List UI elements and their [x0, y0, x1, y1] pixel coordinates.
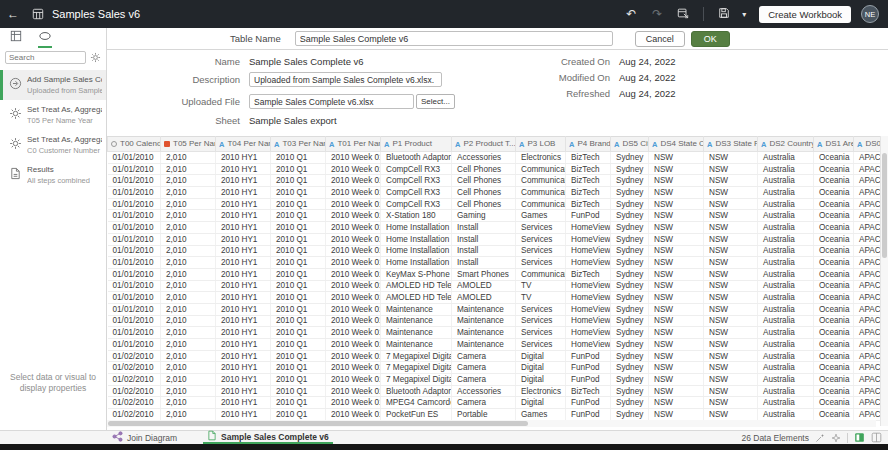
- table-cell: NSW: [649, 152, 704, 164]
- table-row[interactable]: 01/01/20102,0102010 HY12010 Q12010 Week …: [108, 245, 885, 257]
- column-header[interactable]: AT03 Per Nam...: [271, 137, 326, 152]
- table-cell: Australia: [758, 374, 814, 386]
- table-row[interactable]: 01/01/20102,0102010 HY12010 Q12010 Week …: [108, 222, 885, 234]
- table-row[interactable]: 01/02/20102,0102010 HY12010 Q12010 Week …: [108, 362, 885, 374]
- table-row[interactable]: 01/01/20102,0102010 HY12010 Q12010 Week …: [108, 292, 885, 304]
- save-button[interactable]: [711, 1, 737, 27]
- table-row[interactable]: 01/01/20102,0102010 HY12010 Q12010 Week …: [108, 327, 885, 339]
- table-row[interactable]: 01/01/20102,0102010 HY12010 Q12010 Week …: [108, 198, 885, 210]
- table-cell: Games: [516, 210, 566, 222]
- column-header[interactable]: AP4 Brand: [566, 137, 611, 152]
- table-row[interactable]: 01/01/20102,0102010 HY12010 Q12010 Week …: [108, 163, 885, 175]
- join-diagram-label: Join Diagram: [127, 433, 177, 443]
- column-header[interactable]: AP2 Product T...: [452, 137, 516, 152]
- chevron-down-icon: ▾: [742, 10, 746, 19]
- table-row[interactable]: 01/02/20102,0102010 HY12010 Q12010 Week …: [108, 409, 885, 421]
- table-row[interactable]: 01/01/20102,0102010 HY12010 Q12010 Week …: [108, 175, 885, 187]
- ok-button[interactable]: OK: [691, 31, 730, 47]
- uploaded-file-input[interactable]: [249, 94, 414, 109]
- table-row[interactable]: 01/01/20102,0102010 HY12010 Q12010 Week …: [108, 339, 885, 351]
- created-on-value: Aug 24, 2022: [619, 56, 676, 67]
- table-cell: 01/01/2010: [108, 280, 161, 292]
- table-row[interactable]: 01/01/20102,0102010 HY12010 Q12010 Week …: [108, 187, 885, 199]
- tab-model[interactable]: [10, 28, 22, 48]
- column-header[interactable]: AT04 Per Nam...: [216, 137, 271, 152]
- create-workbook-button[interactable]: Create Workbook: [759, 6, 851, 23]
- column-header[interactable]: AP3 LOB: [516, 137, 566, 152]
- gear-icon: [9, 136, 22, 154]
- table-cell: AMOLED: [452, 280, 516, 292]
- vertical-scrollbar[interactable]: [880, 136, 888, 426]
- sidebar-step[interactable]: Set Treat As, AggregationT05 Per Name Ye…: [0, 100, 106, 130]
- table-cell: Sydney: [611, 233, 649, 245]
- column-header[interactable]: ADS5 City: [611, 137, 649, 152]
- table-row[interactable]: 01/01/20102,0102010 HY12010 Q12010 Week …: [108, 152, 885, 164]
- table-cell: 2,010: [161, 198, 216, 210]
- card-view-icon[interactable]: [854, 432, 865, 443]
- save-options-caret[interactable]: ▾: [737, 1, 751, 27]
- table-row[interactable]: 01/01/20102,0102010 HY12010 Q12010 Week …: [108, 233, 885, 245]
- table-cell: Oceania: [814, 339, 854, 351]
- sidebar-step[interactable]: Set Treat As, AggregationC0 Customer Num…: [0, 130, 106, 160]
- table-cell: 2,010: [161, 409, 216, 421]
- preview-data-button[interactable]: [670, 1, 696, 27]
- table-cell: Sydney: [611, 339, 649, 351]
- horizontal-scrollbar-thumb[interactable]: [108, 421, 528, 426]
- table-row[interactable]: 01/02/20102,0102010 HY12010 Q12010 Week …: [108, 385, 885, 397]
- table-row[interactable]: 01/01/20102,0102010 HY12010 Q12010 Week …: [108, 280, 885, 292]
- tab-data-preview[interactable]: [38, 28, 52, 48]
- table-cell: NSW: [649, 268, 704, 280]
- sparkle-icon[interactable]: [831, 433, 841, 443]
- column-header[interactable]: ADS1 Area: [814, 137, 854, 152]
- table-cell: NSW: [704, 152, 758, 164]
- active-table-tab[interactable]: Sample Sales Complete v6: [203, 431, 333, 444]
- table-cell: 2010 Q1: [271, 339, 326, 351]
- join-diagram-button[interactable]: Join Diagram: [112, 431, 177, 444]
- undo-button[interactable]: ↶: [618, 1, 644, 27]
- table-name-input[interactable]: [295, 31, 613, 46]
- column-header[interactable]: AP1 Product: [381, 137, 452, 152]
- table-cell: NSW: [649, 327, 704, 339]
- column-header[interactable]: ADS2 Country ...: [758, 137, 814, 152]
- description-input[interactable]: [249, 72, 442, 87]
- table-row[interactable]: 01/01/20102,0102010 HY12010 Q12010 Week …: [108, 257, 885, 269]
- column-header[interactable]: AT01 Per Nam...: [326, 137, 381, 152]
- column-header[interactable]: ADS4 State Code: [649, 137, 704, 152]
- results-doc-icon: [9, 166, 22, 184]
- table-row[interactable]: 01/01/20102,0102010 HY12010 Q12010 Week …: [108, 210, 885, 222]
- back-button[interactable]: ←: [0, 1, 26, 27]
- redo-button[interactable]: ↷: [644, 1, 670, 27]
- wand-icon[interactable]: [815, 433, 825, 443]
- table-cell: NSW: [649, 245, 704, 257]
- table-row[interactable]: 01/02/20102,0102010 HY12010 Q12010 Week …: [108, 374, 885, 386]
- cancel-button[interactable]: Cancel: [635, 31, 685, 47]
- table-cell: 2010 Week 01: [326, 385, 381, 397]
- table-cell: 01/01/2010: [108, 268, 161, 280]
- table-cell: 2010 Q1: [271, 327, 326, 339]
- table-cell: Cell Phones: [452, 175, 516, 187]
- select-file-button[interactable]: Select...: [416, 94, 455, 109]
- table-row[interactable]: 01/02/20102,0102010 HY12010 Q12010 Week …: [108, 397, 885, 409]
- table-cell: Oceania: [814, 245, 854, 257]
- table-cell: 2,010: [161, 327, 216, 339]
- table-row[interactable]: 01/01/20102,0102010 HY12010 Q12010 Week …: [108, 268, 885, 280]
- grid-view-icon[interactable]: [871, 432, 882, 443]
- column-header[interactable]: T05 Per Nam...: [161, 137, 216, 152]
- table-row[interactable]: 01/01/20102,0102010 HY12010 Q12010 Week …: [108, 303, 885, 315]
- vertical-scrollbar-thumb[interactable]: [882, 153, 887, 258]
- table-row[interactable]: 01/02/20102,0102010 HY12010 Q12010 Week …: [108, 350, 885, 362]
- column-label: T05 Per Nam...: [173, 140, 216, 149]
- table-row[interactable]: 01/01/20102,0102010 HY12010 Q12010 Week …: [108, 315, 885, 327]
- column-header[interactable]: T00 Calendar ...: [108, 137, 161, 152]
- search-input[interactable]: [5, 51, 86, 64]
- settings-icon[interactable]: [90, 52, 101, 63]
- column-header[interactable]: ADS3 State Pr...: [704, 137, 758, 152]
- sidebar-step[interactable]: ResultsAll steps combined: [0, 160, 106, 190]
- table-header-row: T00 Calendar ...T05 Per Nam...AT04 Per N…: [108, 137, 885, 152]
- table-cell: Maintenance: [452, 315, 516, 327]
- table-cell: 2010 Week 01: [326, 233, 381, 245]
- avatar[interactable]: NE: [861, 5, 879, 23]
- horizontal-scrollbar[interactable]: [107, 420, 876, 427]
- table-cell: 2,010: [161, 362, 216, 374]
- sidebar-step[interactable]: Add Sample Sales Compl...Uploaded from S…: [0, 70, 106, 100]
